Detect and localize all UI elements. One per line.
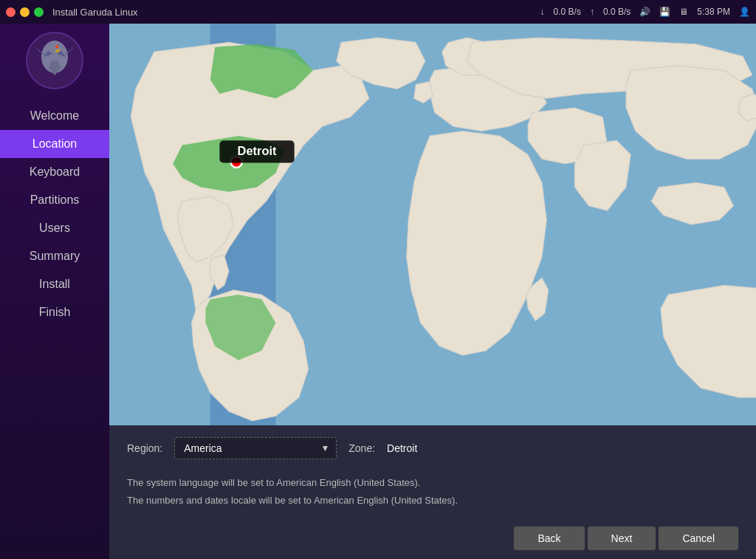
sidebar: Welcome Location Keyboard Partitions Use…	[0, 24, 109, 559]
svg-point-5	[55, 45, 58, 48]
world-map: Detroit	[109, 24, 756, 425]
zone-label: Zone:	[348, 442, 375, 454]
svg-text:Detroit: Detroit	[238, 144, 277, 157]
user-icon: 👤	[739, 7, 750, 17]
maximize-window-button[interactable]	[34, 7, 44, 17]
button-row: Back Next Cancel	[127, 521, 738, 559]
app-logo	[25, 31, 84, 90]
sidebar-item-users[interactable]: Users	[0, 214, 109, 242]
region-select-wrapper[interactable]: America Europe Asia Africa Pacific Atlan…	[174, 437, 337, 459]
back-button[interactable]: Back	[514, 527, 584, 550]
download-speed: 0.0 B/s	[554, 7, 581, 17]
clock: 5:38 PM	[697, 7, 730, 17]
sidebar-item-install[interactable]: Install	[0, 270, 109, 298]
info-line-1: The system language will be set to Ameri…	[127, 474, 738, 491]
minimize-window-button[interactable]	[20, 7, 30, 17]
upload-speed: 0.0 B/s	[603, 7, 630, 17]
titlebar: Install Garuda Linux ↓ 0.0 B/s ↑ 0.0 B/s…	[0, 0, 756, 24]
content-area: Detroit Region: America Europe Asia Afri…	[109, 24, 756, 559]
sidebar-nav: Welcome Location Keyboard Partitions Use…	[0, 102, 109, 326]
hdd-icon: 💾	[659, 7, 670, 17]
speaker-icon: 🔊	[639, 7, 650, 17]
map-container[interactable]: Detroit	[109, 24, 756, 425]
sidebar-item-finish[interactable]: Finish	[0, 298, 109, 326]
zone-value: Detroit	[387, 442, 417, 454]
titlebar-status: ↓ 0.0 B/s ↑ 0.0 B/s 🔊 💾 🖥 5:38 PM 👤	[540, 7, 750, 17]
bottom-panel: Region: America Europe Asia Africa Pacif…	[109, 425, 756, 559]
main-layout: Welcome Location Keyboard Partitions Use…	[0, 24, 756, 559]
network-icon: 🖥	[679, 7, 688, 17]
sidebar-item-welcome[interactable]: Welcome	[0, 102, 109, 130]
svg-point-3	[47, 41, 62, 54]
region-label: Region:	[127, 442, 162, 454]
sidebar-item-partitions[interactable]: Partitions	[0, 186, 109, 214]
info-text: The system language will be set to Ameri…	[127, 474, 738, 509]
close-window-button[interactable]	[6, 7, 16, 17]
download-icon: ↓	[540, 7, 545, 17]
region-zone-row: Region: America Europe Asia Africa Pacif…	[127, 437, 738, 459]
app-title: Install Garuda Linux	[52, 7, 138, 18]
info-line-2: The numbers and dates locale will be set…	[127, 492, 738, 509]
sidebar-item-keyboard[interactable]: Keyboard	[0, 158, 109, 186]
window-controls	[6, 7, 44, 17]
sidebar-item-location[interactable]: Location	[0, 130, 109, 158]
upload-icon: ↑	[590, 7, 594, 17]
sidebar-item-summary[interactable]: Summary	[0, 242, 109, 270]
region-select[interactable]: America Europe Asia Africa Pacific Atlan…	[174, 437, 337, 459]
next-button[interactable]: Next	[588, 527, 656, 550]
cancel-button[interactable]: Cancel	[659, 527, 738, 550]
